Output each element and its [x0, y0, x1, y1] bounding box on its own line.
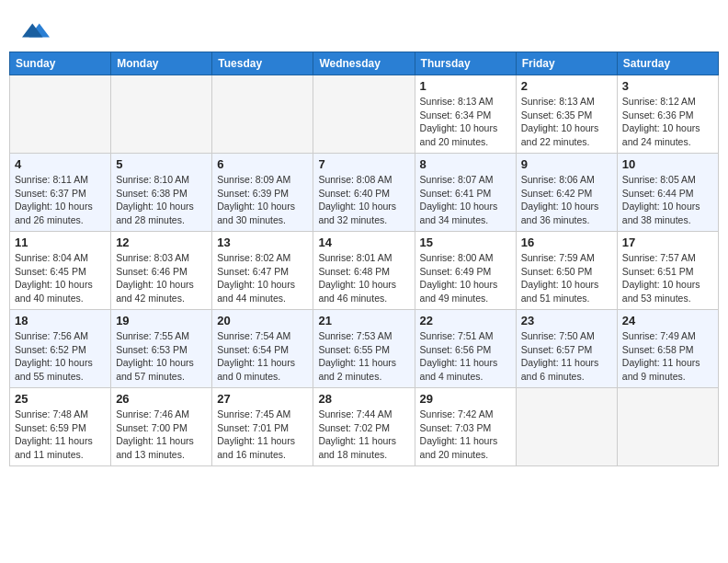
calendar-cell: 6Sunrise: 8:09 AM Sunset: 6:39 PM Daylig…: [212, 154, 313, 232]
calendar-header-row: SundayMondayTuesdayWednesdayThursdayFrid…: [10, 52, 719, 75]
calendar-cell: 23Sunrise: 7:50 AM Sunset: 6:57 PM Dayli…: [516, 310, 617, 388]
day-number: 6: [217, 157, 308, 171]
day-number: 22: [420, 314, 511, 327]
calendar-cell: 22Sunrise: 7:51 AM Sunset: 6:56 PM Dayli…: [415, 310, 516, 388]
calendar-header-sunday: Sunday: [10, 52, 111, 75]
day-number: 29: [420, 392, 511, 406]
calendar-cell: 20Sunrise: 7:54 AM Sunset: 6:54 PM Dayli…: [212, 310, 313, 388]
day-number: 18: [15, 314, 106, 327]
calendar-header-monday: Monday: [111, 52, 212, 75]
calendar-cell: [617, 388, 718, 466]
day-info: Sunrise: 7:44 AM Sunset: 7:02 PM Dayligh…: [318, 408, 409, 462]
calendar-cell: 11Sunrise: 8:04 AM Sunset: 6:45 PM Dayli…: [10, 232, 111, 310]
day-info: Sunrise: 7:55 AM Sunset: 6:53 PM Dayligh…: [116, 329, 207, 384]
day-info: Sunrise: 7:57 AM Sunset: 6:51 PM Dayligh…: [622, 251, 713, 305]
day-number: 28: [318, 392, 409, 406]
day-info: Sunrise: 7:56 AM Sunset: 6:52 PM Dayligh…: [15, 329, 106, 384]
day-info: Sunrise: 7:53 AM Sunset: 6:55 PM Dayligh…: [318, 329, 409, 384]
calendar-cell: [516, 388, 617, 466]
day-info: Sunrise: 7:50 AM Sunset: 6:57 PM Dayligh…: [521, 329, 612, 384]
day-info: Sunrise: 7:46 AM Sunset: 7:00 PM Dayligh…: [116, 408, 207, 462]
logo: [18, 17, 50, 44]
day-number: 21: [318, 314, 409, 327]
calendar-cell: 9Sunrise: 8:06 AM Sunset: 6:42 PM Daylig…: [516, 154, 617, 232]
day-info: Sunrise: 8:13 AM Sunset: 6:34 PM Dayligh…: [420, 95, 511, 149]
day-info: Sunrise: 8:01 AM Sunset: 6:48 PM Dayligh…: [318, 251, 409, 305]
day-info: Sunrise: 8:04 AM Sunset: 6:45 PM Dayligh…: [15, 251, 106, 305]
day-info: Sunrise: 7:48 AM Sunset: 6:59 PM Dayligh…: [15, 408, 106, 462]
day-number: 5: [116, 157, 207, 171]
day-number: 9: [521, 157, 612, 171]
calendar-week-2: 4Sunrise: 8:11 AM Sunset: 6:37 PM Daylig…: [10, 154, 719, 232]
calendar-cell: 2Sunrise: 8:13 AM Sunset: 6:35 PM Daylig…: [516, 75, 617, 154]
day-number: 19: [116, 314, 207, 327]
calendar-header-wednesday: Wednesday: [313, 52, 415, 75]
day-number: 1: [420, 79, 511, 93]
calendar-cell: 12Sunrise: 8:03 AM Sunset: 6:46 PM Dayli…: [111, 232, 212, 310]
calendar-header-friday: Friday: [516, 52, 617, 75]
logo-icon: [22, 17, 50, 44]
calendar-cell: 8Sunrise: 8:07 AM Sunset: 6:41 PM Daylig…: [415, 154, 516, 232]
day-info: Sunrise: 7:49 AM Sunset: 6:58 PM Dayligh…: [622, 329, 713, 384]
day-number: 3: [622, 79, 713, 93]
calendar-cell: 29Sunrise: 7:42 AM Sunset: 7:03 PM Dayli…: [415, 388, 516, 466]
calendar-cell: 15Sunrise: 8:00 AM Sunset: 6:49 PM Dayli…: [415, 232, 516, 310]
calendar-cell: 10Sunrise: 8:05 AM Sunset: 6:44 PM Dayli…: [617, 154, 718, 232]
day-number: 26: [116, 392, 207, 406]
day-number: 8: [420, 157, 511, 171]
calendar-cell: 5Sunrise: 8:10 AM Sunset: 6:38 PM Daylig…: [111, 154, 212, 232]
calendar-cell: 7Sunrise: 8:08 AM Sunset: 6:40 PM Daylig…: [313, 154, 415, 232]
calendar-cell: 3Sunrise: 8:12 AM Sunset: 6:36 PM Daylig…: [617, 75, 718, 154]
calendar-header-saturday: Saturday: [617, 52, 718, 75]
calendar-week-5: 25Sunrise: 7:48 AM Sunset: 6:59 PM Dayli…: [10, 388, 719, 466]
day-info: Sunrise: 8:13 AM Sunset: 6:35 PM Dayligh…: [521, 95, 612, 149]
day-number: 20: [217, 314, 308, 327]
calendar-cell: 25Sunrise: 7:48 AM Sunset: 6:59 PM Dayli…: [10, 388, 111, 466]
day-info: Sunrise: 8:05 AM Sunset: 6:44 PM Dayligh…: [622, 173, 713, 227]
day-number: 4: [15, 157, 106, 171]
day-number: 2: [521, 79, 612, 93]
calendar-cell: 17Sunrise: 7:57 AM Sunset: 6:51 PM Dayli…: [617, 232, 718, 310]
calendar-cell: [111, 75, 212, 154]
calendar-cell: 28Sunrise: 7:44 AM Sunset: 7:02 PM Dayli…: [313, 388, 415, 466]
calendar-cell: 24Sunrise: 7:49 AM Sunset: 6:58 PM Dayli…: [617, 310, 718, 388]
day-number: 17: [622, 236, 713, 249]
calendar-table: SundayMondayTuesdayWednesdayThursdayFrid…: [9, 52, 719, 466]
calendar-week-1: 1Sunrise: 8:13 AM Sunset: 6:34 PM Daylig…: [10, 75, 719, 154]
day-number: 12: [116, 236, 207, 249]
day-info: Sunrise: 8:02 AM Sunset: 6:47 PM Dayligh…: [217, 251, 308, 305]
day-info: Sunrise: 7:42 AM Sunset: 7:03 PM Dayligh…: [420, 408, 511, 462]
calendar-cell: 4Sunrise: 8:11 AM Sunset: 6:37 PM Daylig…: [10, 154, 111, 232]
calendar-cell: [313, 75, 415, 154]
day-info: Sunrise: 8:00 AM Sunset: 6:49 PM Dayligh…: [420, 251, 511, 305]
calendar-cell: [10, 75, 111, 154]
calendar-cell: 16Sunrise: 7:59 AM Sunset: 6:50 PM Dayli…: [516, 232, 617, 310]
day-number: 13: [217, 236, 308, 249]
day-info: Sunrise: 8:03 AM Sunset: 6:46 PM Dayligh…: [116, 251, 207, 305]
calendar-cell: [212, 75, 313, 154]
day-number: 16: [521, 236, 612, 249]
day-info: Sunrise: 8:06 AM Sunset: 6:42 PM Dayligh…: [521, 173, 612, 227]
day-info: Sunrise: 8:10 AM Sunset: 6:38 PM Dayligh…: [116, 173, 207, 227]
day-number: 7: [318, 157, 409, 171]
day-info: Sunrise: 8:12 AM Sunset: 6:36 PM Dayligh…: [622, 95, 713, 149]
day-info: Sunrise: 8:07 AM Sunset: 6:41 PM Dayligh…: [420, 173, 511, 227]
day-info: Sunrise: 8:08 AM Sunset: 6:40 PM Dayligh…: [318, 173, 409, 227]
day-info: Sunrise: 7:45 AM Sunset: 7:01 PM Dayligh…: [217, 408, 308, 462]
day-number: 24: [622, 314, 713, 327]
calendar-cell: 21Sunrise: 7:53 AM Sunset: 6:55 PM Dayli…: [313, 310, 415, 388]
day-number: 11: [15, 236, 106, 249]
calendar-cell: 13Sunrise: 8:02 AM Sunset: 6:47 PM Dayli…: [212, 232, 313, 310]
page-header: [9, 9, 719, 52]
calendar-header-tuesday: Tuesday: [212, 52, 313, 75]
day-info: Sunrise: 7:51 AM Sunset: 6:56 PM Dayligh…: [420, 329, 511, 384]
day-info: Sunrise: 8:11 AM Sunset: 6:37 PM Dayligh…: [15, 173, 106, 227]
calendar-cell: 27Sunrise: 7:45 AM Sunset: 7:01 PM Dayli…: [212, 388, 313, 466]
calendar-cell: 18Sunrise: 7:56 AM Sunset: 6:52 PM Dayli…: [10, 310, 111, 388]
calendar-cell: 1Sunrise: 8:13 AM Sunset: 6:34 PM Daylig…: [415, 75, 516, 154]
day-number: 25: [15, 392, 106, 406]
day-number: 27: [217, 392, 308, 406]
day-number: 14: [318, 236, 409, 249]
calendar-cell: 26Sunrise: 7:46 AM Sunset: 7:00 PM Dayli…: [111, 388, 212, 466]
day-info: Sunrise: 8:09 AM Sunset: 6:39 PM Dayligh…: [217, 173, 308, 227]
